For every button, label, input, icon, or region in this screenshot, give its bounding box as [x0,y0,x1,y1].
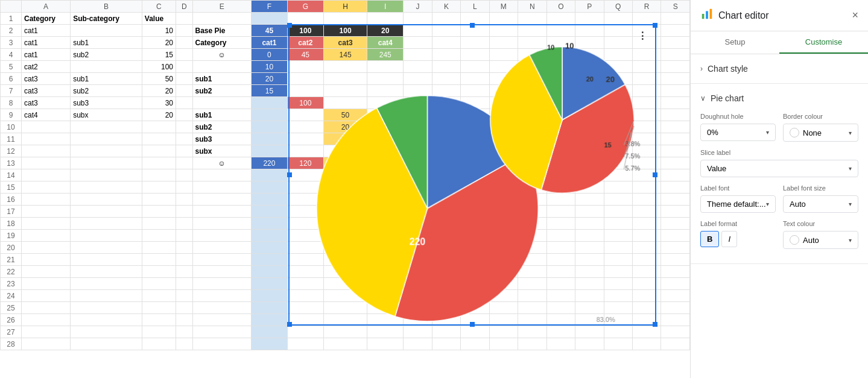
slice-label-value: Value [707,164,726,173]
col-header-s[interactable]: S [661,1,690,13]
doughnut-hole-dropdown[interactable]: 0% ▾ [700,124,776,141]
resize-handle-tr[interactable] [653,23,657,28]
col-header-g[interactable]: G [287,1,323,13]
row-num-4: 4 [1,49,22,61]
col-header-j[interactable]: J [404,1,432,13]
resize-handle-bm[interactable] [470,322,475,327]
col-header-i[interactable]: I [367,1,404,13]
col-header-d[interactable]: D [176,1,192,13]
pie-chart-content: Doughnut hole 0% ▾ Border colour None ▾ [700,113,858,249]
close-button[interactable]: × [852,9,858,22]
col-header-b[interactable]: B [71,1,142,13]
slice-label-arrow-icon: ▾ [849,165,852,172]
text-color-circle [790,235,799,245]
table-row: 1 Category Sub-category Value [1,13,690,25]
tab-setup[interactable]: Setup [691,31,779,54]
color-swatch-none: None [790,128,822,137]
italic-button[interactable]: I [721,231,737,247]
label-font-label: Label font [700,184,776,192]
resize-handle-tm[interactable] [470,23,475,28]
label-size-dropdown[interactable]: Auto ▾ [783,195,858,213]
pie-chart-header[interactable]: ∨ Pie chart [700,91,858,106]
resize-handle-bl[interactable] [287,322,292,327]
text-colour-arrow-icon: ▾ [849,237,852,244]
border-colour-field: Border colour None ▾ [783,113,858,142]
col-header-o[interactable]: O [546,1,575,13]
row-num-8: 8 [1,97,22,109]
doughnut-hole-field: Doughnut hole 0% ▾ [700,113,776,141]
doughnut-border-row: Doughnut hole 0% ▾ Border colour None ▾ [700,113,858,142]
label-font-dropdown[interactable]: Theme default:... ▾ [700,195,776,213]
chart-icon [700,7,714,24]
label-format-row: Label format B I Text colour Auto ▾ [700,220,858,249]
border-color-circle [790,128,799,137]
row-num-10: 10 [1,121,22,133]
text-colour-value: Auto [803,236,819,245]
label-size-value: Auto [790,200,806,209]
editor-tabs: Setup Customise [691,31,868,54]
pie-chart-label: Pie chart [711,93,744,103]
svg-rect-2 [710,9,712,19]
col-header-c[interactable]: C [142,1,176,13]
label-font-size-label: Label font size [783,184,858,192]
row-num-12: 12 [1,145,22,157]
slice-label-dropdown[interactable]: Value ▾ [700,160,858,177]
resize-handle-br[interactable] [653,322,657,327]
label-format-label: Label format [700,220,776,227]
col-header-k[interactable]: K [432,1,460,13]
col-header-m[interactable]: M [489,1,518,13]
row-num-3: 3 [1,37,22,49]
border-colour-dropdown[interactable]: None ▾ [783,124,858,142]
col-header-f[interactable]: F [251,1,287,13]
col-header-n[interactable]: N [518,1,546,13]
row-num-6: 6 [1,73,22,85]
resize-handle-tl[interactable] [287,23,292,28]
cell-a1[interactable]: Category [21,13,70,25]
col-header-e[interactable]: E [192,1,251,13]
row-num-5: 5 [1,61,22,73]
chart-editor-panel: Chart editor × Setup Customise › Chart s… [690,0,868,378]
row-num-header [1,1,22,13]
row-num-11: 11 [1,133,22,145]
chevron-down-icon: ∨ [700,94,706,102]
editor-title-text: Chart editor [718,10,769,21]
table-row: 27 [1,326,690,338]
resize-handle-ml[interactable] [287,172,292,177]
chart-style-section: › Chart style [691,54,868,84]
editor-title-area: Chart editor [700,7,769,24]
col-header-r[interactable]: R [632,1,661,13]
chart-container[interactable]: ⋮ [288,24,656,326]
label-size-field: Label font size Auto ▾ [783,184,858,213]
label-font-field: Label font Theme default:... ▾ [700,184,776,213]
border-colour-value: None [803,128,822,137]
resize-handle-mr[interactable] [653,172,657,177]
border-colour-label: Border colour [783,113,858,120]
editor-header: Chart editor × [691,0,868,31]
pie-chart-section: ∨ Pie chart Doughnut hole 0% ▾ Border co… [691,84,868,264]
row-num-13: 13 [1,157,22,169]
col-header-a[interactable]: A [21,1,70,13]
row-num-1: 1 [1,13,22,25]
chart-style-label: Chart style [708,64,748,74]
doughnut-hole-label: Doughnut hole [700,113,776,120]
text-colour-label: Text colour [783,220,858,227]
text-colour-field: Text colour Auto ▾ [783,220,858,249]
tab-customise[interactable]: Customise [779,31,868,54]
chart-menu-button[interactable]: ⋮ [638,30,648,42]
svg-rect-0 [702,14,705,19]
doughnut-dropdown-arrow-icon: ▾ [766,129,769,136]
col-header-q[interactable]: Q [604,1,632,13]
label-font-row: Label font Theme default:... ▾ Label fon… [700,184,858,213]
cell-b1[interactable]: Sub-category [71,13,142,25]
slice-label-label: Slice label [700,149,858,156]
cell-c1[interactable]: Value [142,13,176,25]
text-colour-dropdown[interactable]: Auto ▾ [783,231,858,249]
table-row: 28 [1,338,690,350]
bold-button[interactable]: B [700,231,719,247]
col-header-l[interactable]: L [461,1,489,13]
chart-style-header[interactable]: › Chart style [700,61,858,76]
label-format-field: Label format B I [700,220,776,247]
col-header-p[interactable]: P [575,1,604,13]
label-font-value: Theme default:... [707,200,766,209]
col-header-h[interactable]: H [323,1,367,13]
